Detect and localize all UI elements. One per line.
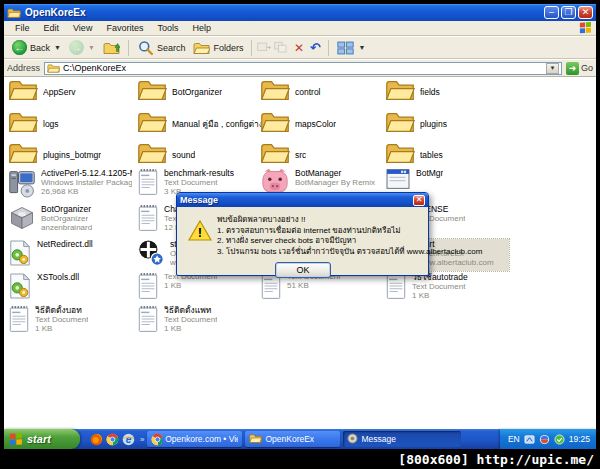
quicklaunch-overflow-chevron[interactable]: » [140,435,144,444]
forward-button[interactable]: → ▼ [65,39,99,57]
firefox-quicklaunch-icon[interactable] [90,433,103,446]
item-name: mapsColor [295,119,336,129]
file-item[interactable]: วิธีติดตั้งแพทText Document1 KB [137,305,261,337]
folder-item[interactable]: src [260,142,384,168]
folder-small-icon [249,433,262,446]
dialog-close-button[interactable]: ✕ [413,195,425,206]
item-name: benchmark-results [164,168,234,178]
menu-file[interactable]: File [8,22,37,34]
folder-item[interactable]: logs [8,111,132,137]
item-detail: Text Document [164,178,234,187]
search-button[interactable]: Search [133,39,190,57]
item-name: BotMgr [416,168,443,178]
textdoc-icon [385,272,407,304]
folder-item[interactable]: AppServ [8,79,132,105]
file-item[interactable]: ActivePerl-5.12.4.1205-MSWi...Windows In… [8,168,132,202]
go-arrow-icon: ➜ [566,62,579,75]
go-button[interactable]: ➜ Go [566,62,593,75]
dialog-message-line: 2. ทางฝั่ง server check bots อาจมีปัญหา [217,236,424,247]
box-icon [8,204,36,236]
taskbar-button[interactable]: Openkore.com • View... [147,431,242,447]
language-indicator[interactable]: EN [508,434,520,444]
folder-icon [137,110,167,138]
address-dropdown-icon[interactable]: ▼ [546,63,559,74]
views-button[interactable]: ▼ [333,39,369,57]
tray-status-icon[interactable] [554,434,565,445]
file-item[interactable]: วิธีใช้autotradeText Document1 KB [385,272,509,304]
copy-to-button[interactable] [273,40,290,56]
views-dropdown-icon: ▼ [358,44,365,51]
item-name: วิธีติดตั้งบอท [35,305,88,315]
message-small-icon [347,433,358,446]
address-input[interactable]: C:\OpenKoreEx ▼ [44,62,562,75]
folder-item[interactable]: mapsColor [260,111,384,137]
item-name: AppServ [43,87,76,97]
undo-button[interactable]: ↷ [307,40,324,56]
back-icon: ← [12,40,27,55]
folder-item[interactable]: plugins [385,111,509,137]
item-name: XSTools.dll [37,272,79,282]
textdoc-icon [8,305,30,337]
file-item[interactable]: BotMgr [385,168,509,194]
views-icon [337,40,354,56]
ie-quicklaunch-icon[interactable]: e [122,433,135,446]
folder-item[interactable]: sound [137,142,261,168]
taskbar-button[interactable]: OpenKoreEx [245,431,340,447]
dialog-message-line: 3. โปรแกรม bots เวอร์ชั่นต่ำกว่าปัจจุบัน… [217,247,424,258]
folder-icon [260,78,290,106]
back-dropdown-icon[interactable]: ▼ [54,44,61,51]
item-detail: Text Document [164,315,217,324]
file-item[interactable]: Text Document1 KB [137,272,261,304]
window-folder-icon [7,7,21,19]
folder-item[interactable]: plugins_botmgr [8,142,132,168]
tray-messenger-icon[interactable] [539,434,550,445]
taskbar-button-label: Message [361,434,396,444]
delete-button[interactable]: ✕ [290,40,307,56]
folder-item[interactable]: BotOrganizer [137,79,261,105]
tray-network-icon[interactable] [524,434,535,445]
chrome-quicklaunch-icon[interactable] [106,433,119,446]
file-item[interactable]: NetRedirect.dll [8,239,132,271]
toolbar: ← Back ▼ → ▼ Search [4,37,596,59]
taskbar-button-label: Openkore.com • View... [165,434,238,444]
go-label: Go [581,63,593,73]
menu-tools[interactable]: Tools [150,22,185,34]
menu-help[interactable]: Help [185,22,218,34]
item-name: NetRedirect.dll [37,239,93,249]
warning-icon: ! [188,220,212,241]
address-value: C:\OpenKoreEx [63,63,543,73]
up-button[interactable] [99,39,124,57]
file-item[interactable]: วิธีติดตั้งบอทText Document1 KB [8,305,132,337]
move-to-button[interactable] [256,40,273,56]
file-item[interactable]: XSTools.dll [8,272,132,304]
folder-item[interactable]: tables [385,142,509,168]
maximize-button[interactable]: ❐ [561,6,576,19]
menu-favorites[interactable]: Favorites [99,22,150,34]
dialog-ok-button[interactable]: OK [275,262,331,278]
folder-item[interactable]: fields [385,79,509,105]
item-name: logs [43,119,59,129]
folder-icon [260,110,290,138]
minimize-button[interactable]: – [544,6,559,19]
menu-view[interactable]: View [66,22,99,34]
dialog-titlebar: Message ✕ [177,193,428,207]
menu-bar: File Edit View Favorites Tools Help [4,21,596,36]
folder-item[interactable]: control [260,79,384,105]
item-detail: 1 KB [164,281,217,290]
item-detail: BotManager By Remix [295,178,375,187]
start-button[interactable]: start [4,429,80,449]
folder-item[interactable]: Manual คู่มือ , configต่างๆ [137,111,261,137]
forward-dropdown-icon: ▼ [88,44,95,51]
folder-icon [8,78,38,106]
svg-text:!: ! [198,225,202,240]
svg-text:e: e [126,433,132,444]
item-detail: www.albertaclub.com [418,258,494,267]
menu-edit[interactable]: Edit [37,22,67,34]
file-item[interactable]: BotOrganizerBotOrganizeranzenbrainard [8,204,132,236]
taskbar-button[interactable]: Message [343,431,461,447]
item-detail: anzenbrainard [41,223,92,232]
back-button[interactable]: ← Back ▼ [8,39,65,57]
close-button[interactable]: ✕ [578,6,593,19]
item-detail: Text Document [412,282,468,291]
folders-button[interactable]: Folders [189,39,247,57]
